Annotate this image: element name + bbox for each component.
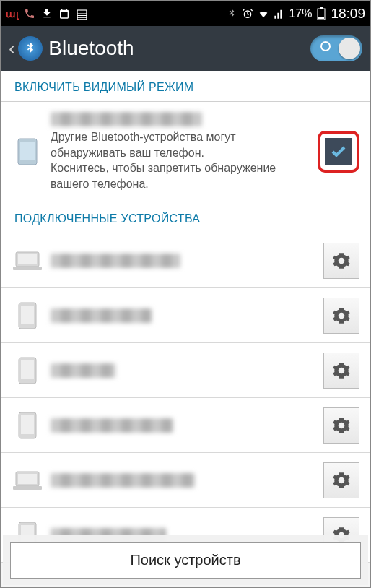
phone-icon xyxy=(12,300,43,332)
device-name-blurred xyxy=(51,112,202,126)
device-name-blurred xyxy=(51,254,180,268)
device-row[interactable] xyxy=(1,343,370,398)
battery-pct: 17% xyxy=(289,7,312,20)
signal-icon xyxy=(273,7,286,20)
device-row[interactable] xyxy=(1,453,370,508)
bluetooth-toggle[interactable] xyxy=(310,35,362,61)
device-settings-button[interactable] xyxy=(323,462,359,498)
device-name-blurred xyxy=(51,473,195,488)
device-settings-button[interactable] xyxy=(323,298,359,334)
visibility-checkbox[interactable] xyxy=(325,138,352,165)
svg-rect-3 xyxy=(318,17,324,19)
back-icon[interactable]: ‹ xyxy=(9,37,15,60)
phone-icon xyxy=(12,410,43,441)
gear-icon xyxy=(332,251,351,270)
bottom-bar: Поиск устройств xyxy=(3,535,368,585)
search-devices-button[interactable]: Поиск устройств xyxy=(10,542,361,579)
gear-icon xyxy=(332,306,351,325)
gear-icon xyxy=(332,361,351,380)
wifi-icon xyxy=(257,7,270,20)
status-bar: ալ ▤ 17% 18:09 xyxy=(1,1,370,26)
notif-icon: ալ xyxy=(6,7,19,20)
call-icon xyxy=(23,7,36,20)
app-header: ‹ Bluetooth xyxy=(1,26,370,71)
device-settings-button[interactable] xyxy=(323,353,359,389)
visibility-description: Другие Bluetooth-устройства могут обнару… xyxy=(51,129,310,191)
page-title: Bluetooth xyxy=(48,37,134,60)
phone-icon xyxy=(12,355,43,386)
svg-rect-17 xyxy=(13,486,42,490)
highlight-box xyxy=(318,131,359,173)
svg-rect-5 xyxy=(20,142,35,160)
svg-rect-8 xyxy=(13,267,42,270)
section-visibility-header: ВКЛЮЧИТЬ ВИДИМЫЙ РЕЖИМ xyxy=(1,71,370,102)
laptop-icon xyxy=(12,245,43,277)
device-name-blurred xyxy=(51,363,115,378)
calendar-icon xyxy=(58,7,71,20)
bluetooth-status-icon xyxy=(225,7,238,20)
device-settings-button[interactable] xyxy=(323,407,359,444)
download-icon xyxy=(40,7,53,20)
device-row[interactable] xyxy=(1,233,370,288)
device-name-blurred xyxy=(51,308,152,323)
device-name-blurred xyxy=(51,418,173,433)
svg-rect-2 xyxy=(320,7,323,9)
svg-rect-14 xyxy=(21,415,34,434)
visibility-row[interactable]: Другие Bluetooth-устройства могут обнару… xyxy=(1,102,370,202)
svg-rect-16 xyxy=(18,474,37,484)
gear-icon xyxy=(332,471,351,490)
phone-icon xyxy=(12,136,43,168)
gear-icon xyxy=(332,416,351,435)
laptop-icon xyxy=(12,464,43,496)
svg-rect-7 xyxy=(18,254,37,264)
device-settings-button[interactable] xyxy=(323,243,359,279)
bluetooth-icon xyxy=(18,36,43,61)
clock: 18:09 xyxy=(331,6,365,22)
section-paired-header: ПОДКЛЮЧЕННЫЕ УСТРОЙСТВА xyxy=(1,202,370,233)
app-icon: ▤ xyxy=(75,7,88,20)
device-row[interactable] xyxy=(1,398,370,453)
battery-icon xyxy=(315,7,328,20)
alarm-icon xyxy=(241,7,254,20)
device-row[interactable] xyxy=(1,288,370,343)
svg-rect-12 xyxy=(21,360,34,379)
svg-rect-10 xyxy=(21,306,34,324)
